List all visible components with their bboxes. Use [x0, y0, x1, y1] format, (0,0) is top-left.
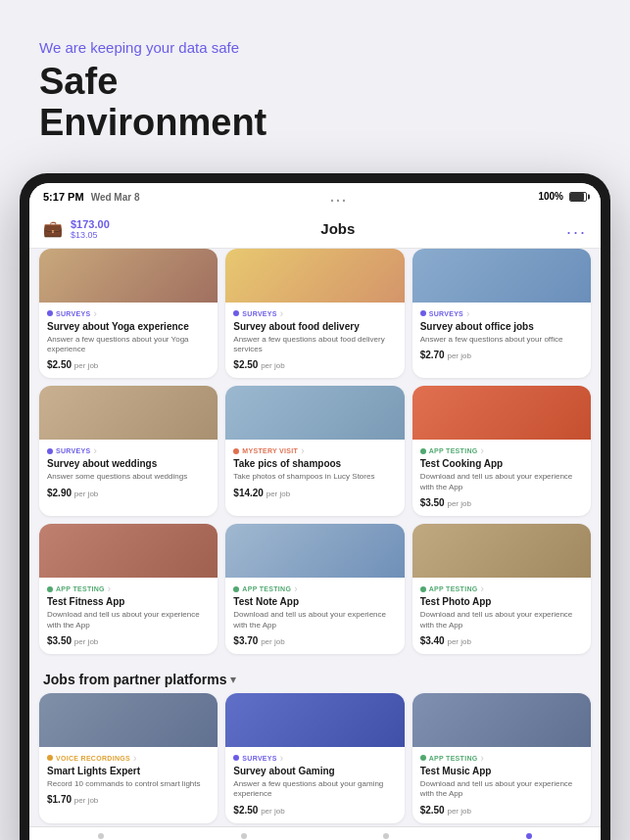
job-card-image	[39, 693, 218, 747]
job-card[interactable]: SURVEYS › Survey about office jobs Answe…	[412, 249, 591, 379]
job-price: $2.50 per job	[233, 359, 396, 370]
job-card-desc: Answer a few questions about your gaming…	[233, 779, 396, 800]
partner-section-header: Jobs from partner platforms ▾	[29, 662, 601, 693]
tab-partner[interactable]: Partner	[315, 833, 459, 840]
category-label: SURVEYS	[56, 447, 90, 454]
job-card-image	[225, 386, 404, 440]
partner-jobs-grid: VOICE RECORDINGS › Smart Lights Expert R…	[29, 693, 601, 826]
category-dot	[420, 448, 426, 454]
status-right: 100%	[538, 191, 587, 202]
job-card-title: Survey about Yoga experience	[47, 321, 210, 333]
job-price-unit: per job	[267, 490, 290, 498]
job-category: APP TESTING ›	[233, 583, 396, 594]
job-price: $2.70 per job	[420, 350, 583, 360]
job-card-image	[225, 524, 404, 578]
category-dot	[233, 755, 239, 761]
card-chevron-icon: ›	[108, 583, 111, 594]
job-price-unit: per job	[261, 361, 284, 370]
card-chevron-icon: ›	[301, 445, 304, 456]
job-card-desc: Answer some questions about weddings	[47, 472, 210, 482]
device-screen: 5:17 PM Wed Mar 8 ... 100% 💼 $173.00 $13…	[29, 183, 601, 840]
card-chevron-icon: ›	[481, 445, 484, 456]
job-card-body: APP TESTING › Test Photo App Download an…	[412, 578, 591, 654]
job-price: $2.50 per job	[420, 805, 583, 816]
balance-amount: $173.00	[71, 218, 110, 230]
job-card-body: SURVEYS › Survey about Yoga experience A…	[39, 303, 218, 379]
tab-computer[interactable]: Computer	[458, 833, 601, 840]
job-card[interactable]: VOICE RECORDINGS › Smart Lights Expert R…	[39, 693, 218, 823]
battery-icon	[569, 192, 587, 202]
job-card-body: APP TESTING › Test Cooking App Download …	[412, 440, 591, 516]
job-card-title: Test Cooking App	[420, 458, 583, 470]
job-price-unit: per job	[261, 807, 284, 816]
job-card-body: SURVEYS › Survey about weddings Answer s…	[39, 440, 218, 505]
job-category: SURVEYS ›	[420, 308, 583, 319]
job-card[interactable]: MYSTERY VISIT › Take pics of shampoos Ta…	[225, 386, 404, 516]
job-card[interactable]: APP TESTING › Test Music App Download an…	[412, 693, 591, 823]
job-category: SURVEYS ›	[47, 445, 210, 456]
card-chevron-icon: ›	[466, 308, 469, 319]
category-dot	[420, 755, 426, 761]
job-card-title: Test Fitness App	[47, 596, 210, 608]
card-chevron-icon: ›	[294, 583, 297, 594]
job-price: $1.70 per job	[47, 794, 210, 805]
job-card[interactable]: SURVEYS › Survey about weddings Answer s…	[39, 386, 218, 516]
job-card[interactable]: APP TESTING › Test Cooking App Download …	[412, 386, 591, 516]
category-label: SURVEYS	[56, 310, 90, 317]
job-category: SURVEYS ›	[233, 308, 396, 319]
job-card-title: Survey about office jobs	[420, 321, 583, 333]
job-price-unit: per job	[74, 796, 98, 805]
job-price-unit: per job	[447, 499, 470, 508]
category-label: VOICE RECORDINGS	[56, 755, 130, 762]
card-chevron-icon: ›	[481, 583, 484, 594]
tab-filter[interactable]: Filter	[29, 833, 172, 840]
job-price: $3.50 per job	[47, 635, 210, 646]
job-card-image	[39, 249, 218, 303]
tab-available[interactable]: Available	[172, 833, 315, 840]
app-header: 💼 $173.00 $13.05 Jobs ...	[29, 210, 601, 249]
job-card[interactable]: APP TESTING › Test Photo App Download an…	[412, 524, 591, 654]
job-card-body: SURVEYS › Survey about office jobs Answe…	[412, 303, 591, 368]
category-label: APP TESTING	[56, 585, 105, 592]
job-category: SURVEYS ›	[233, 753, 396, 764]
status-bar: 5:17 PM Wed Mar 8 ... 100%	[29, 183, 601, 210]
job-category: APP TESTING ›	[420, 753, 583, 764]
job-card[interactable]: APP TESTING › Test Note App Download and…	[225, 524, 404, 654]
category-label: SURVEYS	[242, 755, 276, 762]
category-dot	[233, 448, 239, 454]
category-label: SURVEYS	[242, 310, 276, 317]
job-category: VOICE RECORDINGS ›	[47, 753, 210, 764]
job-card-image	[39, 386, 218, 440]
job-category: APP TESTING ›	[420, 445, 583, 456]
more-icon[interactable]: ...	[566, 218, 587, 239]
job-card[interactable]: APP TESTING › Test Fitness App Download …	[39, 524, 218, 654]
job-card[interactable]: SURVEYS › Survey about Yoga experience A…	[39, 249, 218, 379]
job-card-title: Smart Lights Expert	[47, 766, 210, 777]
partner-chevron-icon: ▾	[230, 673, 236, 686]
main-jobs-grid: SURVEYS › Survey about Yoga experience A…	[29, 249, 601, 662]
card-chevron-icon: ›	[481, 753, 484, 764]
balance-info: $173.00 $13.05	[71, 218, 110, 240]
job-card-body: SURVEYS › Survey about Gaming Answer a f…	[225, 747, 404, 823]
category-label: APP TESTING	[429, 447, 478, 454]
job-card[interactable]: SURVEYS › Survey about food delivery Ans…	[225, 249, 404, 379]
job-card[interactable]: SURVEYS › Survey about Gaming Answer a f…	[225, 693, 404, 823]
job-card-desc: Download and tell us about your experien…	[420, 610, 583, 630]
category-dot	[420, 586, 426, 592]
job-card-image	[225, 693, 404, 747]
app-title: Jobs	[320, 220, 355, 237]
card-chevron-icon: ›	[133, 753, 136, 764]
job-price-unit: per job	[447, 637, 470, 646]
partner-section-title: Jobs from partner platforms	[43, 672, 226, 687]
tagline: We are keeping your data safe	[39, 39, 591, 56]
tab-bar: Filter Available Partner Computer	[29, 826, 601, 840]
category-dot	[420, 310, 426, 316]
job-card-title: Survey about Gaming	[233, 766, 396, 777]
card-chevron-icon: ›	[93, 445, 96, 456]
balance-pending: $13.05	[71, 230, 110, 240]
app-content[interactable]: SURVEYS › Survey about Yoga experience A…	[29, 249, 601, 826]
job-price-unit: per job	[261, 637, 284, 646]
job-price: $14.20 per job	[233, 488, 396, 498]
job-card-image	[39, 524, 218, 578]
category-dot	[233, 586, 239, 592]
